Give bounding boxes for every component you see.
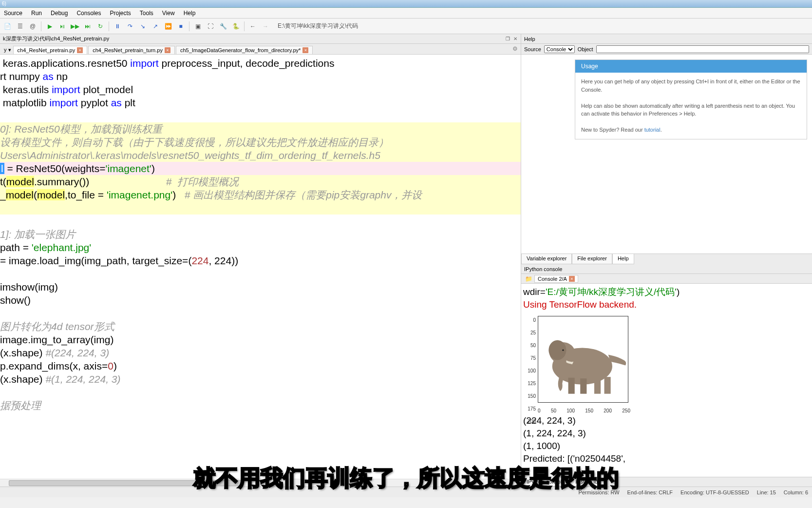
tab-help[interactable]: Help (612, 254, 634, 264)
run-step-icon[interactable]: ⏭ (82, 21, 93, 32)
close-icon[interactable]: × (165, 47, 170, 53)
usage-text-2: Help can also be shown automatically aft… (581, 102, 801, 118)
svg-rect-6 (594, 378, 601, 394)
elephant-plot: 0255075100125150175200 (523, 314, 810, 411)
main-toolbar: 📄 ☰ @ ▶ ⏯ ▶▶ ⏭ ↻ ⏸ ↷ ↘ ↗ ⏩ ■ ▣ ⛶ 🔧 🐍 ← →… (0, 19, 812, 34)
step-out-icon[interactable]: ↗ (150, 21, 161, 32)
usage-text-3: New to Spyder? Read our tutorial. (581, 126, 801, 134)
menu-debug[interactable]: Debug (51, 10, 68, 17)
tab-variable-explorer[interactable]: Variable explorer (521, 254, 572, 264)
run-selection-icon[interactable]: ▶▶ (70, 21, 80, 32)
address-bar[interactable]: E:\黄可坤\kk深度学习讲义\代码 (273, 22, 810, 30)
console-folder-icon[interactable]: 📁 (523, 275, 534, 282)
shape-2: (1, 224, 224, 3) (523, 427, 810, 440)
debug-icon[interactable]: ⏸ (112, 21, 123, 32)
source-label: Source (524, 46, 541, 52)
console-tabs: 📁 Console 2/A× (521, 274, 812, 284)
status-col: Column: 6 (784, 489, 808, 495)
tab-2[interactable]: ch4_ResNet_pretrain_turn.py× (88, 46, 175, 54)
window-titlebar: 6) (0, 0, 812, 8)
stop-icon[interactable]: ■ (175, 21, 186, 32)
layout-icon[interactable]: ▣ (192, 21, 203, 32)
step-over-icon[interactable]: ↷ (125, 21, 135, 32)
refresh-icon[interactable]: ↻ (95, 21, 106, 32)
svg-rect-4 (568, 378, 575, 394)
status-enc: Encoding: UTF-8-GUESSED (680, 489, 749, 495)
menu-view[interactable]: View (162, 10, 175, 17)
continue-icon[interactable]: ⏩ (163, 21, 173, 32)
editor-breadcrumb: k深度学习讲义\代码\ch4_ResNet_pretrain.py ❐ ✕ (0, 34, 521, 44)
close-pane-icon[interactable]: ✕ (512, 36, 519, 42)
help-pane-title: Help (521, 34, 812, 44)
maximize-icon[interactable]: ⛶ (205, 21, 216, 32)
svg-rect-5 (580, 378, 586, 393)
help-content: Usage Here you can get help of any objec… (521, 55, 812, 254)
svg-point-8 (562, 350, 564, 351)
menu-run[interactable]: Run (31, 10, 42, 17)
menu-projects[interactable]: Projects (110, 10, 131, 17)
close-icon[interactable]: × (569, 276, 575, 282)
tutorial-link[interactable]: tutorial (644, 127, 661, 133)
back-icon[interactable]: ← (247, 21, 258, 32)
svg-rect-7 (604, 377, 611, 394)
menu-tools[interactable]: Tools (140, 10, 153, 17)
source-select[interactable]: Console (544, 45, 575, 53)
help-toolbar: Source Console Object (521, 44, 812, 55)
backend-msg: Using TensorFlow backend. (523, 298, 810, 311)
object-label: Object (578, 46, 593, 52)
right-pane-tabs: Variable explorer File explorer Help (521, 254, 812, 264)
step-into-icon[interactable]: ↘ (137, 21, 148, 32)
python-icon[interactable]: 🐍 (230, 21, 241, 32)
menu-source[interactable]: Source (4, 10, 22, 17)
forward-icon[interactable]: → (260, 21, 271, 32)
menu-help[interactable]: Help (184, 10, 196, 17)
run-icon[interactable]: ▶ (44, 21, 55, 32)
shape-3: (1, 1000) (523, 440, 810, 452)
tab-dropdown-icon[interactable]: y ▾ (2, 46, 13, 54)
tab-3[interactable]: ch5_ImageDataGenerator_flow_from_directo… (176, 46, 313, 54)
console-tab-1[interactable]: Console 2/A× (534, 275, 578, 283)
editor-tabs: y ▾ ch4_ResNet_pretrain.py× ch4_ResNet_p… (0, 44, 521, 55)
gear-icon[interactable]: ⚙ (512, 45, 518, 52)
close-icon[interactable]: × (77, 47, 83, 53)
run-cell-icon[interactable]: ⏯ (57, 21, 68, 32)
ipython-console[interactable]: wdir='E:/黄可坤/kk深度学习讲义/代码') Using TensorF… (521, 284, 812, 477)
video-subtitle: 就不用我们再训练了，所以这速度是很快的 (193, 463, 619, 493)
cell-icon[interactable]: @ (27, 21, 38, 32)
usage-text-1: Here you can get help of any object by p… (581, 78, 801, 94)
shape-1: (224, 224, 3) (523, 414, 810, 427)
new-file-icon[interactable]: 📄 (2, 21, 13, 32)
status-eol: End-of-lines: CRLF (627, 489, 673, 495)
close-icon[interactable]: × (302, 47, 308, 53)
list-icon[interactable]: ☰ (15, 21, 25, 32)
usage-title: Usage (575, 60, 807, 73)
plot-image (538, 316, 628, 403)
ipython-title: IPython console (521, 264, 812, 274)
tab-1[interactable]: ch4_ResNet_pretrain.py× (13, 46, 88, 54)
menubar: Source Run Debug Consoles Projects Tools… (0, 8, 812, 19)
restore-icon[interactable]: ❐ (504, 36, 511, 42)
object-input[interactable] (596, 45, 809, 53)
code-editor[interactable]: keras.applications.resnet50 import prepr… (0, 55, 521, 479)
tab-file-explorer[interactable]: File explorer (572, 254, 612, 264)
menu-consoles[interactable]: Consoles (76, 10, 101, 17)
wrench-icon[interactable]: 🔧 (218, 21, 228, 32)
status-line: Line: 15 (757, 489, 776, 495)
